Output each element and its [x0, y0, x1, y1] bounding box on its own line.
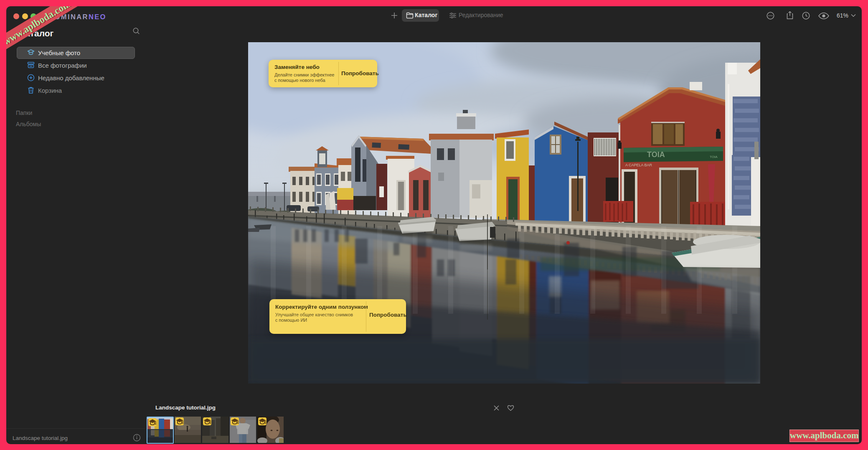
svg-text:A CAPELA BAR: A CAPELA BAR [625, 163, 652, 167]
svg-text:TOIA: TOIA [710, 155, 718, 159]
svg-text:TOIA: TOIA [647, 150, 665, 159]
